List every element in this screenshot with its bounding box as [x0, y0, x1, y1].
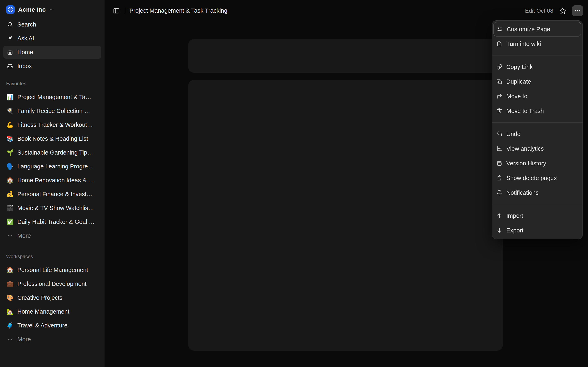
sidebar-item-search[interactable]: Search [3, 18, 101, 31]
menu-item-view-analytics[interactable]: View analytics [493, 141, 581, 156]
chart-line-icon [496, 146, 503, 152]
page-title-label: Family Recipe Collection … [17, 108, 90, 114]
page-options-button[interactable] [572, 5, 583, 16]
bar-chart-emoji-icon: 📊 [6, 94, 14, 100]
search-icon [6, 21, 14, 27]
menu-item-export[interactable]: Export [493, 223, 581, 238]
favorites-more-button[interactable]: More [3, 229, 101, 242]
seedling-emoji-icon: 🌱 [6, 149, 14, 156]
content-card-body [188, 80, 503, 351]
favorites-list: 📊 Project Management & Ta… 🍳 Family Reci… [0, 91, 104, 242]
books-emoji-icon: 📚 [6, 135, 14, 142]
sidebar-item-workspace[interactable]: 🎨 Creative Projects [3, 291, 101, 304]
clapper-emoji-icon: 🎬 [6, 205, 14, 211]
sidebar-item-page[interactable]: 🎬 Movie & TV Show Watchlis… [3, 201, 101, 215]
menu-item-label: Version History [506, 160, 546, 167]
sidebar-item-label: Ask AI [17, 35, 34, 42]
workspace-title-label: Personal Life Management [17, 267, 88, 273]
content-card-header [188, 39, 503, 73]
page-options-menu: Customize Page Turn into wiki Copy Link … [492, 20, 583, 239]
trash-icon [496, 175, 503, 181]
link-icon [496, 64, 503, 70]
menu-item-label: Export [506, 227, 523, 234]
sidebar-item-home[interactable]: Home [3, 46, 101, 59]
copy-icon [496, 78, 503, 85]
arrow-up-icon [496, 213, 503, 219]
page-title-label: Fitness Tracker & Workout… [17, 122, 93, 128]
workspace-logo-icon: ⌘ [6, 5, 15, 14]
page-title-label: Book Notes & Reading List [17, 135, 88, 142]
menu-item-move-to[interactable]: Move to [493, 89, 581, 104]
more-label: More [17, 233, 31, 239]
money-bag-emoji-icon: 💰 [6, 191, 14, 198]
menu-item-label: Notifications [506, 189, 539, 196]
workspace-title-label: Creative Projects [17, 294, 62, 301]
sidebar-item-page[interactable]: ✅ Daily Habit Tracker & Goal … [3, 215, 101, 228]
sidebar-item-page[interactable]: 🏠 Home Renovation Ideas & … [3, 174, 101, 187]
sidebar-item-workspace[interactable]: 💼 Professional Development [3, 277, 101, 290]
menu-item-customize-page[interactable]: Customize Page [493, 22, 581, 36]
panel-left-icon [113, 7, 120, 15]
ellipsis-icon [574, 8, 581, 14]
sidebar-item-page[interactable]: 💰 Personal Finance & Invest… [3, 188, 101, 201]
menu-item-import[interactable]: Import [493, 208, 581, 223]
undo-icon [496, 131, 503, 137]
menu-item-label: Import [506, 212, 523, 219]
muscle-emoji-icon: 💪 [6, 121, 14, 128]
sidebar-item-ask-ai[interactable]: Ask AI [3, 32, 101, 45]
favorite-star-button[interactable] [559, 7, 567, 15]
menu-item-label: Turn into wiki [506, 41, 541, 47]
workspace-switcher[interactable]: ⌘ Acme Inc [6, 5, 100, 14]
page-title-label: Project Management & Ta… [17, 94, 91, 100]
sidebar-item-page[interactable]: 🌱 Sustainable Gardening Tip… [3, 146, 101, 159]
page-title-label: Movie & TV Show Watchlis… [17, 205, 94, 211]
page-title-label: Daily Habit Tracker & Goal … [17, 218, 95, 225]
more-label: More [17, 336, 31, 343]
palette-emoji-icon: 🎨 [6, 294, 14, 301]
speaking-head-emoji-icon: 🗣️ [6, 163, 14, 170]
menu-item-undo[interactable]: Undo [493, 127, 581, 141]
menu-item-label: Undo [506, 131, 520, 137]
menu-item-label: Move to [506, 93, 527, 100]
sidebar-nav: Search Ask AI Home Inbox [0, 18, 104, 73]
sidebar-item-page[interactable]: 🗣️ Language Learning Progre… [3, 160, 101, 173]
ellipsis-icon [6, 233, 14, 239]
sidebar-item-workspace[interactable]: 🏠 Personal Life Management [3, 263, 101, 276]
menu-item-label: Customize Page [507, 26, 550, 33]
house-emoji-icon: 🏠 [6, 177, 14, 184]
ellipsis-icon [6, 336, 14, 342]
check-mark-emoji-icon: ✅ [6, 218, 14, 225]
sidebar-item-page[interactable]: 📚 Book Notes & Reading List [3, 132, 101, 145]
page-title-label: Language Learning Progre… [17, 163, 94, 170]
menu-item-copy-link[interactable]: Copy Link [493, 59, 581, 74]
menu-item-notifications[interactable]: Notifications [493, 185, 581, 200]
sidebar-item-workspace[interactable]: 🏡 Home Management [3, 305, 101, 318]
bell-icon [496, 190, 503, 196]
cooking-emoji-icon: 🍳 [6, 108, 14, 114]
sidebar-item-page[interactable]: 📊 Project Management & Ta… [3, 91, 101, 104]
sidebar-item-label: Home [17, 49, 33, 56]
sidebar-toggle-button[interactable] [111, 5, 122, 16]
menu-item-show-delete-pages[interactable]: Show delete pages [493, 171, 581, 185]
sidebar-item-inbox[interactable]: Inbox [3, 59, 101, 73]
menu-item-version-history[interactable]: Version History [493, 156, 581, 171]
sidebar-item-page[interactable]: 🍳 Family Recipe Collection … [3, 104, 101, 117]
topbar: Project Management & Task Tracking Edit … [104, 0, 588, 21]
sliders-icon [496, 26, 503, 32]
sidebar-item-page[interactable]: 💪 Fitness Tracker & Workout… [3, 118, 101, 131]
page-title-label: Home Renovation Ideas & … [17, 177, 94, 184]
menu-item-duplicate[interactable]: Duplicate [493, 74, 581, 89]
menu-item-move-to-trash[interactable]: Move to Trash [493, 104, 581, 118]
sidebar-item-workspace[interactable]: 🧳 Travel & Adventure [3, 319, 101, 332]
topbar-actions: Edit Oct 08 [525, 5, 583, 16]
menu-item-label: Move to Trash [506, 108, 544, 114]
corner-up-right-icon [496, 93, 503, 99]
workspace-name: Acme Inc [18, 6, 46, 13]
sidebar-item-label: Search [17, 21, 36, 28]
trash-icon [496, 108, 503, 114]
briefcase-emoji-icon: 💼 [6, 280, 14, 287]
workspaces-more-button[interactable]: More [3, 333, 101, 346]
inbox-icon [6, 63, 14, 69]
home-icon [6, 49, 14, 55]
menu-item-turn-into-wiki[interactable]: Turn into wiki [493, 36, 581, 51]
